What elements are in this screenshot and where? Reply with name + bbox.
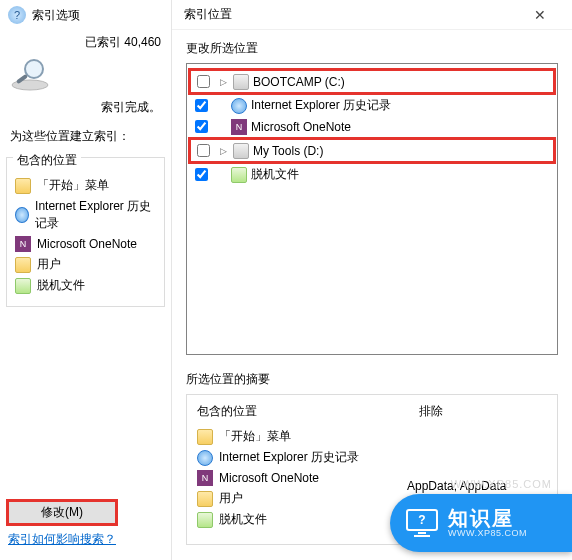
ie-icon xyxy=(197,450,213,466)
onenote-icon: N xyxy=(15,236,31,252)
users-folder-icon xyxy=(197,491,213,507)
right-title: 索引位置 xyxy=(184,6,232,23)
index-locations-dialog: 索引位置 ✕ 更改所选位置 ▷ BOOTCAMP (C:) Internet E… xyxy=(172,0,572,560)
included-locations-group: 包含的位置 「开始」菜单 Internet Explorer 历史记录 N Mi… xyxy=(6,157,165,307)
summary-item[interactable]: 「开始」菜单 xyxy=(197,426,359,447)
ie-icon xyxy=(15,207,29,223)
change-locations-label: 更改所选位置 xyxy=(172,30,572,63)
right-titlebar: 索引位置 ✕ xyxy=(172,0,572,30)
highlight-box: ▷ BOOTCAMP (C:) xyxy=(188,68,556,95)
list-item[interactable]: 「开始」菜单 xyxy=(15,175,156,196)
summary-item-label: Microsoft OneNote xyxy=(219,471,319,485)
tree-label: My Tools (D:) xyxy=(253,144,323,158)
ie-icon xyxy=(231,98,247,114)
summary-item[interactable]: 脱机文件 xyxy=(197,509,359,530)
magnifier-icon xyxy=(8,57,52,91)
summary-item-label: 用户 xyxy=(219,490,243,507)
index-count: 已索引 40,460 xyxy=(0,30,171,53)
tree-label: Microsoft OneNote xyxy=(251,120,351,134)
folder-icon xyxy=(197,429,213,445)
svg-text:?: ? xyxy=(418,513,425,527)
left-titlebar: ? 索引选项 xyxy=(0,0,171,30)
brand-badge[interactable]: ? 知识屋 WWW.XP85.COM xyxy=(390,494,572,552)
tree-checkbox[interactable] xyxy=(195,99,208,112)
monitor-icon: ? xyxy=(404,508,440,538)
tree-checkbox[interactable] xyxy=(197,144,210,157)
help-link[interactable]: 索引如何影响搜索？ xyxy=(8,532,116,546)
tree-checkbox[interactable] xyxy=(195,120,208,133)
summary-excluded-header: 排除 xyxy=(419,403,443,420)
folder-icon xyxy=(15,178,31,194)
offline-files-icon xyxy=(231,167,247,183)
left-title: 索引选项 xyxy=(32,7,80,24)
summary-item[interactable]: 用户 xyxy=(197,488,359,509)
list-item[interactable]: 用户 xyxy=(15,254,156,275)
svg-point-1 xyxy=(25,60,43,78)
help-icon: ? xyxy=(8,6,26,24)
summary-included-header: 包含的位置 xyxy=(197,403,359,420)
item-label: Internet Explorer 历史记录 xyxy=(35,198,156,232)
close-icon[interactable]: ✕ xyxy=(520,7,560,23)
watermark: WWW.XP85.COM xyxy=(451,478,552,490)
list-item[interactable]: 脱机文件 xyxy=(15,275,156,296)
included-locations-label: 包含的位置 xyxy=(13,152,81,169)
tree-checkbox[interactable] xyxy=(197,75,210,88)
drive-icon xyxy=(233,74,249,90)
modify-button[interactable]: 修改(M) xyxy=(8,501,116,524)
offline-files-icon xyxy=(197,512,213,528)
summary-label: 所选位置的摘要 xyxy=(172,355,572,394)
tree-row[interactable]: 脱机文件 xyxy=(189,164,555,185)
tree-label: Internet Explorer 历史记录 xyxy=(251,97,391,114)
item-label: 脱机文件 xyxy=(37,277,85,294)
summary-item[interactable]: NMicrosoft OneNote xyxy=(197,468,359,488)
tree-row[interactable]: ▷ My Tools (D:) xyxy=(191,140,553,161)
summary-item-label: Internet Explorer 历史记录 xyxy=(219,449,359,466)
highlight-box: ▷ My Tools (D:) xyxy=(188,137,556,164)
list-item[interactable]: N Microsoft OneNote xyxy=(15,234,156,254)
tree-row[interactable]: Internet Explorer 历史记录 xyxy=(189,95,555,116)
summary-item-label: 脱机文件 xyxy=(219,511,267,528)
offline-files-icon xyxy=(15,278,31,294)
list-item[interactable]: Internet Explorer 历史记录 xyxy=(15,196,156,234)
index-status: 索引完成。 xyxy=(0,99,171,124)
brand-url: WWW.XP85.COM xyxy=(448,529,527,539)
users-folder-icon xyxy=(15,257,31,273)
onenote-icon: N xyxy=(197,470,213,486)
index-options-dialog: ? 索引选项 已索引 40,460 索引完成。 为这些位置建立索引： 包含的位置… xyxy=(0,0,172,560)
item-label: 「开始」菜单 xyxy=(37,177,109,194)
expand-icon[interactable]: ▷ xyxy=(217,146,229,156)
drive-icon xyxy=(233,143,249,159)
onenote-icon: N xyxy=(231,119,247,135)
tree-row[interactable]: ▷ BOOTCAMP (C:) xyxy=(191,71,553,92)
tree-checkbox[interactable] xyxy=(195,168,208,181)
build-index-label: 为这些位置建立索引： xyxy=(0,124,171,153)
summary-item[interactable]: Internet Explorer 历史记录 xyxy=(197,447,359,468)
svg-rect-5 xyxy=(414,535,430,537)
item-label: Microsoft OneNote xyxy=(37,237,137,251)
svg-rect-4 xyxy=(418,532,426,534)
summary-item-label: 「开始」菜单 xyxy=(219,428,291,445)
tree-label: 脱机文件 xyxy=(251,166,299,183)
expand-icon[interactable]: ▷ xyxy=(217,77,229,87)
tree-label: BOOTCAMP (C:) xyxy=(253,75,345,89)
item-label: 用户 xyxy=(37,256,61,273)
brand-name: 知识屋 xyxy=(448,507,527,529)
tree-row[interactable]: N Microsoft OneNote xyxy=(189,116,555,137)
locations-tree[interactable]: ▷ BOOTCAMP (C:) Internet Explorer 历史记录 N… xyxy=(186,63,558,355)
